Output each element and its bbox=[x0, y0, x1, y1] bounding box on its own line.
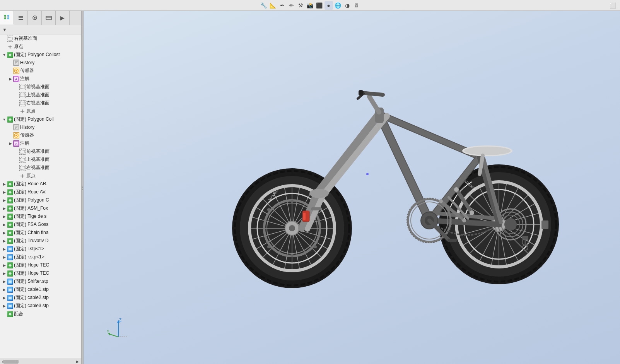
origin-icon bbox=[19, 173, 26, 179]
tree-item[interactable]: A注解 bbox=[0, 139, 81, 147]
smart-dimension-icon[interactable]: 📐 bbox=[269, 1, 277, 10]
svg-point-106 bbox=[290, 200, 294, 203]
tools-icon[interactable]: ⚒ bbox=[297, 1, 305, 10]
tree-item[interactable]: (固定) Tige de s bbox=[0, 212, 81, 220]
expand-arrow[interactable] bbox=[2, 246, 7, 252]
assembly-icon bbox=[7, 52, 13, 58]
tree-item-label: 上视基准面 bbox=[26, 92, 50, 98]
maximize-icon[interactable]: ⬜ bbox=[608, 1, 617, 10]
expand-arrow[interactable] bbox=[2, 52, 7, 58]
feature-tree-tab[interactable] bbox=[0, 11, 14, 25]
tree-item[interactable]: 原点 bbox=[0, 107, 81, 115]
tree-item[interactable]: 原点 bbox=[0, 43, 81, 51]
tree-item[interactable]: 右视基准面 bbox=[0, 164, 81, 172]
markup-icon[interactable]: ✏ bbox=[287, 1, 296, 10]
tree-item-label: (固定) ASM_Fox bbox=[14, 205, 48, 212]
grip-left bbox=[359, 90, 363, 96]
expand-arrow[interactable] bbox=[8, 141, 13, 146]
tree-item-label: (固定) Roue AR. bbox=[14, 181, 48, 187]
expand-arrow[interactable] bbox=[2, 190, 7, 195]
tree-item[interactable]: (固定) cable2.stp bbox=[0, 294, 81, 302]
horizontal-scrollbar[interactable]: ◀ ▶ bbox=[0, 359, 81, 364]
scroll-thumb[interactable] bbox=[3, 360, 19, 364]
zebra-icon[interactable]: ◑ bbox=[343, 1, 352, 10]
config-tab[interactable] bbox=[28, 11, 42, 25]
expand-arrow[interactable] bbox=[2, 222, 7, 227]
tree-item-label: 传感器 bbox=[20, 132, 34, 138]
expand-arrow[interactable] bbox=[2, 230, 7, 236]
tree-item[interactable]: (固定) r.stp<1> bbox=[0, 253, 81, 261]
expand-arrow[interactable] bbox=[8, 76, 13, 82]
plane-icon bbox=[7, 36, 13, 42]
tree-item[interactable]: (固定) Truvativ D bbox=[0, 237, 81, 245]
tree-item[interactable]: 右视基准面 bbox=[0, 34, 81, 43]
svg-rect-0 bbox=[4, 15, 6, 17]
tree-item[interactable]: (固定) cable3.stp bbox=[0, 302, 81, 310]
tree-item[interactable]: 右视基准面 bbox=[0, 99, 81, 107]
tree-item[interactable]: 上视基准面 bbox=[0, 91, 81, 99]
plane-icon bbox=[19, 149, 26, 155]
expand-arrow[interactable] bbox=[2, 287, 7, 292]
tree-item[interactable]: (固定) Hope TEC bbox=[0, 269, 81, 277]
feature-tree[interactable]: 右视基准面原点(固定) Polygon CollostHistory传感器A注解… bbox=[0, 34, 81, 359]
display-manager-icon[interactable]: 🖥 bbox=[352, 1, 361, 10]
tree-item-label: 右视基准面 bbox=[26, 164, 50, 171]
tree-item[interactable]: 传感器 bbox=[0, 131, 81, 139]
expand-arrow[interactable] bbox=[2, 198, 7, 203]
tree-item[interactable]: (固定) Polygon C bbox=[0, 196, 81, 204]
annotation-icon: A bbox=[13, 76, 19, 82]
expand-arrow[interactable] bbox=[2, 303, 7, 309]
tree-item[interactable]: History bbox=[0, 123, 81, 131]
tree-item[interactable]: (固定) ASM_Fox bbox=[0, 204, 81, 212]
capture-icon[interactable]: 📸 bbox=[306, 1, 314, 10]
tree-item[interactable]: (固定) l.stp<1> bbox=[0, 245, 81, 253]
tree-item[interactable]: (固定) Polygon Collost bbox=[0, 51, 81, 59]
tree-item-label: (固定) cable2.stp bbox=[14, 294, 49, 301]
tree-item[interactable]: (固定) cable1.stp bbox=[0, 285, 81, 294]
sketch-icon[interactable]: ✒ bbox=[278, 1, 287, 10]
tree-item[interactable]: 上视基准面 bbox=[0, 156, 81, 164]
tree-item[interactable]: 原点 bbox=[0, 172, 81, 180]
svg-rect-74 bbox=[9, 280, 12, 283]
expand-arrow[interactable] bbox=[2, 117, 7, 122]
handlebar bbox=[362, 93, 383, 95]
scene-icon[interactable]: 🌐 bbox=[334, 1, 342, 10]
tree-item-label: (固定) Polygon Coll bbox=[14, 116, 54, 123]
expand-arrow[interactable] bbox=[2, 279, 7, 284]
expand-arrow[interactable] bbox=[2, 181, 7, 187]
svg-rect-70 bbox=[9, 256, 12, 258]
tree-item-label: (固定) Roue AV. bbox=[14, 189, 46, 195]
measure-tool-icon[interactable]: 🔧 bbox=[260, 1, 268, 10]
display-style-icon[interactable]: ● bbox=[325, 1, 333, 10]
filter-icon[interactable]: ▼ bbox=[2, 27, 7, 32]
bike-3d-view: MAXXIS MAXXIS bbox=[217, 62, 565, 313]
expand-arrow[interactable] bbox=[2, 206, 7, 211]
pivot2 bbox=[470, 210, 474, 215]
tree-item[interactable]: 前视基准面 bbox=[0, 147, 81, 156]
expand-arrow[interactable] bbox=[2, 214, 7, 219]
property-tab[interactable] bbox=[14, 11, 28, 25]
expand-arrow[interactable] bbox=[2, 238, 7, 244]
expand-arrow[interactable] bbox=[2, 263, 7, 268]
tree-item[interactable]: (固定) Hope TEC bbox=[0, 261, 81, 269]
tree-item[interactable]: A注解 bbox=[0, 75, 81, 83]
tree-item[interactable]: (固定) FSA Goss bbox=[0, 220, 81, 229]
expand-arrow[interactable] bbox=[2, 271, 7, 276]
tree-item[interactable]: (固定) Roue AR. bbox=[0, 180, 81, 188]
tree-item[interactable]: 前视基准面 bbox=[0, 83, 81, 91]
svg-rect-26 bbox=[20, 86, 25, 89]
tree-item[interactable]: (固定) Polygon Coll bbox=[0, 115, 81, 123]
view-orientation-icon[interactable]: ⬛ bbox=[315, 1, 324, 10]
tree-item[interactable]: (固定) Roue AV. bbox=[0, 188, 81, 196]
scroll-right-arrow[interactable]: ▶ bbox=[75, 359, 80, 364]
tree-item[interactable]: (固定) Chain fina bbox=[0, 229, 81, 237]
expand-arrow[interactable] bbox=[2, 255, 7, 260]
expand-tab[interactable]: ▶ bbox=[56, 11, 70, 25]
tree-item[interactable]: 配合 bbox=[0, 310, 81, 318]
tree-item[interactable]: (固定) Shifter.stp bbox=[0, 277, 81, 285]
display-tab[interactable] bbox=[42, 11, 56, 25]
tree-item[interactable]: History bbox=[0, 59, 81, 67]
tree-item[interactable]: 传感器 bbox=[0, 67, 81, 75]
assembly-icon bbox=[7, 262, 13, 268]
expand-arrow[interactable] bbox=[2, 295, 7, 301]
